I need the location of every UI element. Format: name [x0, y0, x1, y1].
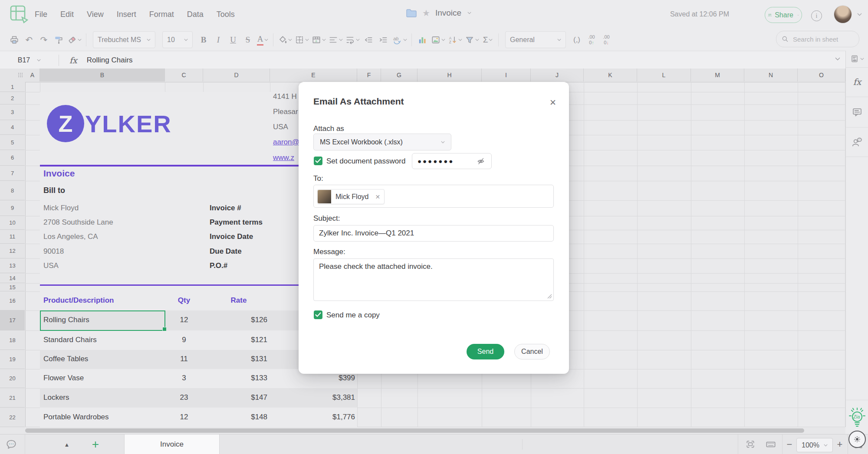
row-header-11[interactable]: 11 [0, 230, 25, 244]
cell-rate[interactable]: $126 [221, 316, 267, 324]
column-header-A[interactable]: A [25, 69, 40, 82]
row-header-22[interactable]: 22 [0, 408, 25, 427]
menu-edit[interactable]: Edit [60, 10, 74, 19]
bill-to-line[interactable]: Los Angeles, CA [43, 232, 98, 241]
cell-product[interactable]: Portable Wardrobes [43, 413, 109, 421]
cell-rate[interactable]: $148 [221, 413, 267, 421]
invoice-meta-label[interactable]: Due Date [210, 247, 242, 256]
row-header-15[interactable]: 15 [0, 283, 25, 291]
increase-decimal-button[interactable]: .000↑ [584, 32, 599, 48]
cell-rate[interactable]: $121 [221, 336, 267, 344]
column-header-C[interactable]: C [165, 69, 203, 82]
chat-button[interactable] [3, 434, 19, 454]
cell-qty[interactable]: 12 [171, 316, 197, 324]
column-header-D[interactable]: D [203, 69, 270, 82]
message-textarea[interactable]: Please check the attached invoice. [313, 258, 554, 301]
invoice-meta-label[interactable]: P.O.# [210, 261, 227, 270]
sort-chevron-icon[interactable] [458, 39, 462, 41]
decrease-decimal-button[interactable]: .000↓ [599, 32, 614, 48]
search-in-sheet[interactable] [776, 31, 859, 47]
table-header-qty[interactable]: Qty [171, 296, 197, 305]
show-password-icon[interactable] [477, 157, 486, 166]
column-header-M[interactable]: M [691, 69, 744, 82]
table-header-product[interactable]: Product/Description [43, 296, 114, 305]
increase-indent-button[interactable] [376, 32, 391, 48]
recipients-field[interactable]: Mick Floyd ✕ [313, 185, 554, 208]
folder-icon[interactable] [406, 8, 417, 18]
horizontal-align-button[interactable] [327, 32, 344, 48]
doc-title-chevron-icon[interactable] [467, 12, 471, 14]
textarea-resize-grip-icon[interactable] [547, 294, 552, 299]
invoice-meta-label[interactable]: Invoice # [210, 204, 241, 212]
borders-button[interactable] [293, 32, 310, 48]
row-header-20[interactable]: 20 [0, 369, 25, 388]
company-address-link[interactable]: aaron@ [273, 138, 299, 147]
sort-button[interactable]: AZ [447, 32, 464, 48]
bill-to-line[interactable]: 90018 [43, 247, 64, 256]
cancel-button[interactable]: Cancel [514, 344, 550, 359]
favorite-star-icon[interactable]: ★ [422, 8, 430, 18]
cell-qty[interactable]: 9 [171, 336, 197, 344]
row-header-4[interactable]: 4 [0, 120, 25, 135]
zoom-level-select[interactable]: 100% [796, 438, 833, 452]
number-format-select[interactable]: General [505, 31, 566, 48]
cell-qty[interactable]: 3 [171, 374, 197, 382]
formula-input[interactable]: Rolling Chairs [87, 56, 133, 65]
sum-button[interactable]: Σ [480, 32, 495, 48]
horizontal-scrollbar-thumb[interactable] [25, 428, 804, 433]
cell-rate[interactable]: $133 [221, 374, 267, 382]
row-header-7[interactable]: 7 [0, 166, 25, 181]
selection-mode-button[interactable] [742, 434, 759, 454]
column-header-O[interactable]: O [798, 69, 845, 82]
horizontal-scrollbar-track[interactable] [0, 427, 845, 434]
sum-chevron-icon[interactable] [489, 39, 493, 41]
menu-tools[interactable]: Tools [217, 10, 235, 19]
menu-format[interactable]: Format [149, 10, 174, 19]
zoom-in-button[interactable]: + [834, 434, 845, 454]
print-button[interactable] [7, 32, 22, 48]
collaborators-panel-button[interactable] [846, 127, 868, 157]
search-input[interactable] [792, 35, 842, 43]
avatar-chevron-icon[interactable] [857, 13, 862, 16]
column-header-K[interactable]: K [584, 69, 637, 82]
cell-amount[interactable]: $399 [300, 374, 355, 382]
row-header-8[interactable]: 8 [0, 181, 25, 200]
font-color-chevron-icon[interactable] [264, 39, 268, 41]
bold-button[interactable]: B [196, 32, 211, 48]
italic-button[interactable]: I [211, 32, 226, 48]
password-field[interactable]: ●●●●●●● [412, 153, 492, 169]
borders-chevron-icon[interactable] [305, 39, 309, 41]
cell-amount[interactable]: $1,776 [300, 413, 355, 421]
row-header-21[interactable]: 21 [0, 388, 25, 408]
row-header-10[interactable]: 10 [0, 216, 25, 230]
zia-assistant-icon[interactable]: Zia [848, 406, 866, 427]
formulas-panel-button[interactable]: fx [846, 67, 868, 97]
send-copy-checkbox[interactable] [314, 310, 322, 319]
sheet-nav-button[interactable]: ▲ [60, 434, 74, 454]
table-header-rate[interactable]: Rate [221, 296, 256, 305]
row-header-2[interactable]: 2 [0, 92, 25, 105]
menu-data[interactable]: Data [187, 10, 204, 19]
row-header-13[interactable]: 13 [0, 258, 25, 273]
close-icon[interactable]: ✕ [547, 97, 559, 108]
align-chevron-icon[interactable] [339, 39, 343, 41]
column-header-E[interactable]: E [270, 69, 357, 82]
share-button[interactable]: Share [765, 7, 802, 23]
cell-product[interactable]: Coffee Tables [43, 355, 88, 363]
sheet-app-logo-icon[interactable] [10, 5, 29, 24]
column-header-L[interactable]: L [637, 69, 691, 82]
cell-product[interactable]: Flower Vase [43, 374, 84, 382]
info-button[interactable]: i [811, 10, 822, 21]
row-header-5[interactable]: 5 [0, 135, 25, 150]
bill-to-line[interactable]: USA [43, 261, 59, 270]
redo-button[interactable]: ↷ [36, 32, 51, 48]
subject-input[interactable] [313, 225, 554, 242]
eraser-chevron-icon[interactable] [78, 39, 82, 41]
fx-icon[interactable]: fx [69, 56, 77, 65]
menu-insert[interactable]: Insert [117, 10, 136, 19]
row-header-19[interactable]: 19 [0, 350, 25, 369]
comma-format-button[interactable]: (,) [569, 32, 584, 48]
merge-cells-button[interactable]: a [310, 32, 327, 48]
row-header-12[interactable]: 12 [0, 244, 25, 258]
underline-button[interactable]: U [226, 32, 240, 48]
